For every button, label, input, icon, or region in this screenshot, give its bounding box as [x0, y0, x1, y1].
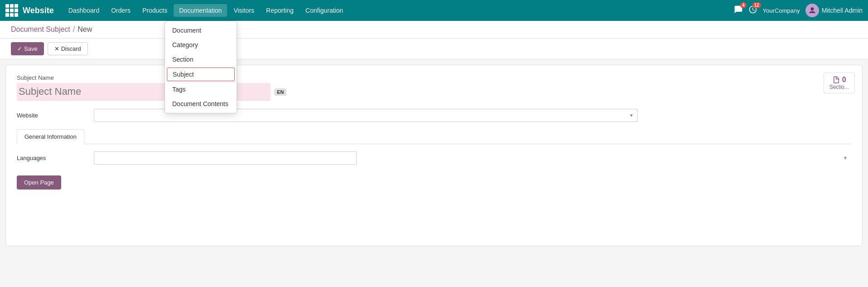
nav-orders[interactable]: Orders — [106, 4, 136, 17]
save-button[interactable]: ✓ Save — [11, 42, 44, 55]
open-page-button[interactable]: Open Page — [17, 175, 61, 190]
nav-products[interactable]: Products — [137, 4, 173, 17]
chat-icon-btn[interactable]: 4 — [734, 5, 743, 16]
lang-badge: EN — [274, 88, 286, 96]
website-field-row: Website ▼ — [17, 109, 851, 122]
tab-general-information[interactable]: General Information — [17, 129, 84, 144]
subject-name-label: Subject Name — [17, 74, 851, 81]
sections-label: Sectio... — [829, 84, 849, 90]
user-name: Mitchell Admin — [822, 7, 863, 14]
breadcrumb: Document Subject / New — [0, 21, 868, 39]
smart-buttons: 0 Sectio... — [824, 73, 855, 93]
dropdown-item-document-contents[interactable]: Document Contents — [165, 97, 237, 111]
main-content: 0 Sectio... Subject Name EN Website ▼ Ge… — [5, 65, 863, 246]
navbar: Website Dashboard Orders Products Docume… — [0, 0, 868, 21]
languages-label: Languages — [17, 155, 94, 161]
svg-point-0 — [810, 7, 814, 10]
user-avatar — [805, 4, 819, 17]
clock-badge: 12 — [752, 2, 761, 8]
navbar-menu: Dashboard Orders Products Documentation … — [63, 4, 732, 17]
apps-icon[interactable] — [5, 4, 18, 17]
sections-count: 0 — [842, 76, 846, 84]
tabs-bar: General Information — [17, 129, 851, 144]
languages-field-row: Languages — [17, 151, 851, 165]
subject-name-field: Subject Name EN — [17, 74, 851, 101]
dropdown-item-document[interactable]: Document — [165, 23, 237, 38]
discard-button[interactable]: ✕ Discard — [48, 42, 88, 55]
dropdown-item-section[interactable]: Section — [165, 52, 237, 67]
clock-icon-btn[interactable]: 12 — [748, 5, 757, 16]
breadcrumb-current: New — [78, 25, 92, 34]
discard-x-icon: ✕ — [54, 45, 59, 52]
breadcrumb-separator: / — [73, 25, 75, 34]
website-label: Website — [17, 112, 94, 119]
nav-configuration[interactable]: Configuration — [300, 4, 349, 17]
dropdown-item-category[interactable]: Category — [165, 38, 237, 52]
languages-field-value — [94, 151, 851, 165]
sections-icon — [832, 76, 840, 84]
nav-documentation[interactable]: Documentation — [174, 4, 227, 17]
nav-reporting[interactable]: Reporting — [261, 4, 299, 17]
sections-smart-button[interactable]: 0 Sectio... — [824, 73, 855, 93]
documentation-dropdown: Document Category Section Subject Tags D… — [165, 21, 237, 113]
brand-name[interactable]: Website — [23, 6, 54, 15]
website-dropdown-arrow-icon[interactable]: ▼ — [626, 110, 637, 121]
dropdown-item-subject[interactable]: Subject — [167, 68, 235, 81]
navbar-right: 4 12 YourCompany Mitchell Admin — [734, 4, 863, 17]
chat-badge: 4 — [740, 2, 747, 8]
action-bar: ✓ Save ✕ Discard — [0, 39, 868, 59]
nav-dashboard[interactable]: Dashboard — [63, 4, 105, 17]
languages-select[interactable] — [94, 151, 357, 165]
save-checkmark-icon: ✓ — [17, 45, 22, 52]
user-menu[interactable]: Mitchell Admin — [805, 4, 863, 17]
company-name[interactable]: YourCompany — [763, 7, 800, 14]
subject-name-input-row: EN — [17, 83, 851, 101]
nav-visitors[interactable]: Visitors — [228, 4, 260, 17]
dropdown-item-tags[interactable]: Tags — [165, 82, 237, 97]
languages-select-wrapper — [94, 151, 851, 165]
breadcrumb-parent[interactable]: Document Subject — [11, 25, 70, 34]
